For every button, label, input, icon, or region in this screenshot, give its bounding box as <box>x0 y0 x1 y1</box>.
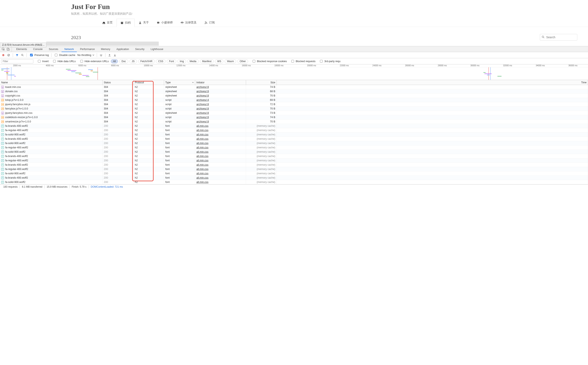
initiator-link[interactable]: archives/:8 <box>196 120 209 123</box>
table-row[interactable]: Tfa-solid-900.woff2200h2fontall.min.css(… <box>0 171 588 176</box>
col-protocol[interactable]: Protocol <box>134 80 164 85</box>
third-party-checkbox[interactable]: 3rd-party requ <box>319 59 340 63</box>
type-pill-img[interactable]: Img <box>177 59 186 63</box>
devtools-tab-application[interactable]: Application <box>113 46 132 52</box>
table-row[interactable]: {}jquery.fancybox.min.css304h2stylesheet… <box>0 111 588 115</box>
col-size[interactable]: Size <box>246 80 277 85</box>
table-row[interactable]: Tfa-brands-400.woff2200h2fontall.min.css… <box>0 137 588 141</box>
device-toolbar-icon[interactable] <box>7 48 10 51</box>
nav-item-rss[interactable]: 订阅 <box>200 19 219 27</box>
nav-item-archive[interactable]: 归档 <box>117 19 135 27</box>
type-pill-manifest[interactable]: Manifest <box>200 59 214 63</box>
table-row[interactable]: {}toastr.min.css304h2stylesheetarchives/… <box>0 85 588 89</box>
devtools-tab-performance[interactable]: Performance <box>77 46 98 52</box>
preserve-log-checkbox[interactable]: Preserve log <box>29 53 49 57</box>
nav-item-badge[interactable]: 小盛律师 <box>153 19 177 27</box>
initiator-link[interactable]: archives/:8 <box>196 107 209 110</box>
table-row[interactable]: {}copyright.css304h2stylesheetarchives/:… <box>0 94 588 98</box>
type-pill-font[interactable]: Font <box>167 59 176 63</box>
network-conditions-icon[interactable] <box>99 54 103 57</box>
initiator-link[interactable]: all.min.css <box>196 137 208 140</box>
initiator-link[interactable]: archives/:8 <box>196 112 209 114</box>
initiator-link[interactable]: all.min.css <box>196 129 208 132</box>
initiator-link[interactable]: all.min.css <box>196 142 208 145</box>
devtools-tab-lighthouse[interactable]: Lighthouse <box>148 46 166 52</box>
initiator-link[interactable]: all.min.css <box>196 168 208 171</box>
table-row[interactable]: Tfa-brands-400.woff2200h2fontall.min.css… <box>0 176 588 180</box>
type-pill-other[interactable]: Other <box>237 59 248 63</box>
hide-data-urls-checkbox[interactable]: Hide data URLs <box>52 59 76 63</box>
initiator-link[interactable]: all.min.css <box>196 181 208 183</box>
table-row[interactable]: Tfa-solid-900.woff2200h2fontall.min.css(… <box>0 150 588 154</box>
hide-extension-urls-checkbox[interactable]: Hide extension URLs <box>79 59 109 63</box>
initiator-link[interactable]: archives/:8 <box>196 86 209 88</box>
search-input[interactable] <box>540 34 577 41</box>
record-icon[interactable] <box>2 54 5 57</box>
initiator-link[interactable]: all.min.css <box>196 146 208 149</box>
type-pill-css[interactable]: CSS <box>156 59 165 63</box>
type-pill-fetchxhr[interactable]: Fetch/XHR <box>138 59 155 63</box>
table-row[interactable]: JScodeblock-resizer.js?v=1.0.0304h2scrip… <box>0 115 588 119</box>
type-pill-ws[interactable]: WS <box>215 59 223 63</box>
table-row[interactable]: Tfa-solid-900.woff2200h2fontall.min.css(… <box>0 180 588 184</box>
devtools-tab-console[interactable]: Console <box>30 46 45 52</box>
type-pill-media[interactable]: Media <box>187 59 199 63</box>
nav-item-user[interactable]: 关于 <box>135 19 153 27</box>
col-name[interactable]: Name <box>0 80 103 85</box>
filter-input[interactable] <box>1 59 33 63</box>
export-har-icon[interactable] <box>113 54 117 57</box>
table-row[interactable]: Tfa-brands-400.woff2200h2fontall.min.css… <box>0 163 588 167</box>
type-pill-all[interactable]: All <box>111 59 118 63</box>
type-pill-doc[interactable]: Doc <box>119 59 128 63</box>
table-row[interactable]: JStotop.js?v=1.0.0304h2scriptarchives/:4… <box>0 98 588 102</box>
initiator-link[interactable]: archives/:8 <box>196 103 209 106</box>
initiator-link[interactable]: archives/:8 <box>196 94 209 97</box>
devtools-tab-network[interactable]: Network <box>62 46 77 52</box>
table-row[interactable]: JSjquery.fancybox.min.js304h2scriptarchi… <box>0 102 588 106</box>
throttling-select[interactable]: No throttling <box>78 54 94 56</box>
nav-item-home[interactable]: 首页 <box>99 19 117 27</box>
devtools-tab-sources[interactable]: Sources <box>46 46 61 52</box>
clear-icon[interactable] <box>7 54 10 57</box>
table-row[interactable]: Tfa-regular-400.woff2200h2fontall.min.cs… <box>0 158 588 163</box>
invert-checkbox[interactable]: Invert <box>37 59 49 63</box>
devtools-tab-security[interactable]: Security <box>132 46 147 52</box>
network-overview[interactable]: 2000 ms4000 ms6000 ms8000 ms10000 ms1200… <box>0 64 588 80</box>
table-row[interactable]: {}donate.css304h2stylesheetarchives/:868… <box>0 89 588 94</box>
col-initiator[interactable]: Initiator <box>195 80 246 85</box>
initiator-link[interactable]: archives/:8 <box>196 90 209 93</box>
initiator-link[interactable]: all.min.css <box>196 163 208 166</box>
initiator-link[interactable]: all.min.css <box>196 133 208 136</box>
devtools-tab-memory[interactable]: Memory <box>98 46 113 52</box>
initiator-link[interactable]: archives/:4 <box>196 98 209 101</box>
blocked-cookies-checkbox[interactable]: Blocked response cookies <box>252 59 287 63</box>
initiator-link[interactable]: all.min.css <box>196 125 208 127</box>
nav-item-scale[interactable]: 法律普及 <box>177 19 200 27</box>
table-row[interactable]: Tfa-brands-400.woff2200h2fontall.min.css… <box>0 124 588 128</box>
col-type[interactable]: Type <box>164 80 195 85</box>
type-pill-wasm[interactable]: Wasm <box>225 59 236 63</box>
table-row[interactable]: Tfa-solid-900.woff2200h2fontall.min.css(… <box>0 133 588 137</box>
filter-icon[interactable] <box>15 54 19 57</box>
table-row[interactable]: Tfa-brands-400.woff2200h2fontall.min.css… <box>0 154 588 158</box>
table-row[interactable]: Tfa-regular-400.woff2200h2fontall.min.cs… <box>0 146 588 150</box>
table-row[interactable]: JSfancybox.js?v=1.0.0304h2scriptarchives… <box>0 106 588 111</box>
initiator-link[interactable]: all.min.css <box>196 176 208 179</box>
type-pill-js[interactable]: JS <box>129 59 137 63</box>
initiator-link[interactable]: all.min.css <box>196 159 208 162</box>
table-row[interactable]: JSsmartresize.js?v=1.0.0304h2scriptarchi… <box>0 119 588 124</box>
initiator-link[interactable]: all.min.css <box>196 172 208 175</box>
initiator-link[interactable]: all.min.css <box>196 150 208 153</box>
table-row[interactable]: Tfa-solid-900.woff2200h2fontall.min.css(… <box>0 141 588 146</box>
table-row[interactable]: Tfa-regular-400.woff2200h2fontall.min.cs… <box>0 128 588 133</box>
initiator-link[interactable]: all.min.css <box>196 155 208 158</box>
devtools-tab-elements[interactable]: Elements <box>13 46 30 52</box>
disable-cache-checkbox[interactable]: Disable cache <box>54 53 75 57</box>
import-har-icon[interactable] <box>108 54 111 57</box>
col-time[interactable]: Time <box>277 80 588 85</box>
inspect-element-icon[interactable] <box>2 48 5 51</box>
search-requests-icon[interactable] <box>21 54 24 57</box>
blocked-requests-checkbox[interactable]: Blocked requests <box>290 59 315 63</box>
col-status[interactable]: Status <box>103 80 134 85</box>
table-row[interactable]: Tfa-regular-400.woff2200h2fontall.min.cs… <box>0 167 588 171</box>
